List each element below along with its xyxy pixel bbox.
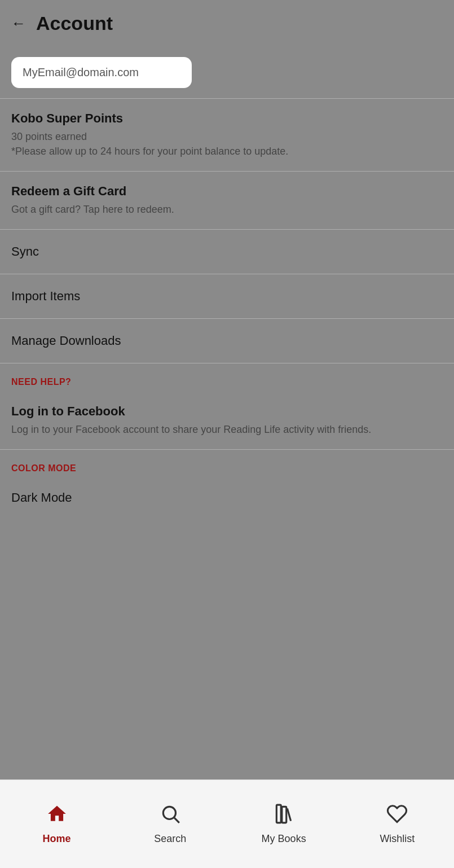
- mybooks-nav-label: My Books: [262, 833, 306, 845]
- home-nav-label: Home: [43, 833, 71, 845]
- color-mode-label: COLOR MODE: [0, 450, 454, 478]
- need-help-label: NEED HELP?: [0, 363, 454, 392]
- sync-label: Sync: [11, 244, 39, 258]
- svg-line-1: [174, 818, 179, 823]
- wishlist-icon: [386, 803, 408, 830]
- main-content: Kobo Super Points 30 points earned*Pleas…: [0, 47, 454, 602]
- email-section: [0, 47, 454, 98]
- search-icon: [160, 803, 181, 830]
- nav-mybooks[interactable]: My Books: [227, 797, 341, 851]
- email-field[interactable]: [11, 57, 192, 88]
- svg-rect-3: [282, 806, 286, 823]
- home-icon: [46, 803, 68, 830]
- svg-point-0: [163, 806, 175, 819]
- wishlist-nav-label: Wishlist: [380, 833, 415, 845]
- bottom-nav: Home Search My Books Wishlist: [0, 779, 454, 868]
- import-items-label: Import Items: [11, 289, 80, 303]
- kobo-super-points-subtitle: 30 points earned*Please allow up to 24 h…: [11, 129, 443, 159]
- nav-wishlist[interactable]: Wishlist: [341, 797, 454, 851]
- sync-item[interactable]: Sync: [0, 230, 454, 274]
- facebook-login-item[interactable]: Log in to Facebook Log in to your Facebo…: [0, 392, 454, 449]
- dark-mode-item[interactable]: Dark Mode: [0, 478, 454, 513]
- nav-home[interactable]: Home: [0, 797, 113, 851]
- kobo-super-points-item[interactable]: Kobo Super Points 30 points earned*Pleas…: [0, 99, 454, 171]
- redeem-gift-card-item[interactable]: Redeem a Gift Card Got a gift card? Tap …: [0, 172, 454, 229]
- facebook-login-subtitle: Log in to your Facebook account to share…: [11, 422, 443, 437]
- redeem-gift-card-title: Redeem a Gift Card: [11, 184, 443, 199]
- dark-mode-label: Dark Mode: [11, 490, 72, 505]
- search-nav-label: Search: [154, 833, 186, 845]
- manage-downloads-item[interactable]: Manage Downloads: [0, 319, 454, 363]
- header: ← Account: [0, 0, 454, 47]
- back-button[interactable]: ←: [11, 15, 26, 32]
- mybooks-icon: [273, 803, 294, 830]
- import-items-item[interactable]: Import Items: [0, 274, 454, 318]
- facebook-login-title: Log in to Facebook: [11, 404, 443, 419]
- kobo-super-points-title: Kobo Super Points: [11, 111, 443, 126]
- nav-search[interactable]: Search: [113, 797, 227, 851]
- redeem-gift-card-subtitle: Got a gift card? Tap here to redeem.: [11, 202, 443, 217]
- manage-downloads-label: Manage Downloads: [11, 334, 121, 348]
- page-title: Account: [36, 12, 113, 34]
- svg-rect-2: [276, 805, 281, 823]
